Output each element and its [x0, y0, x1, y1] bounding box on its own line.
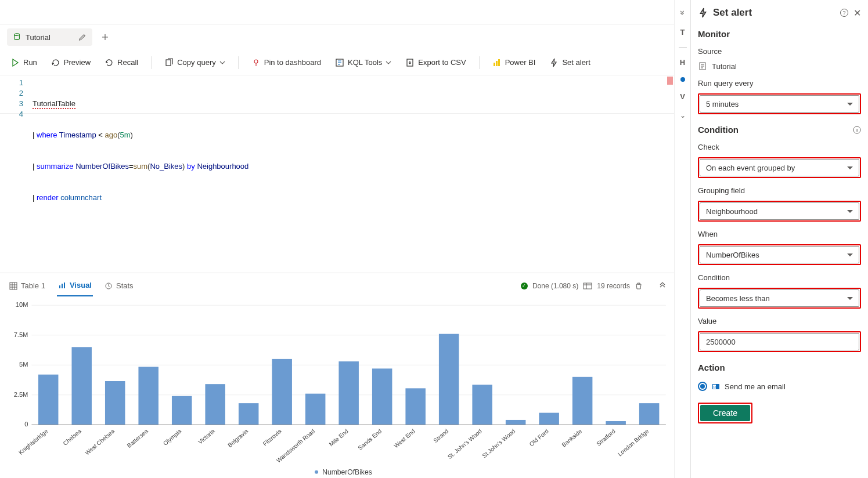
code-content[interactable]: TutorialTable | where Timestamp < ago(5m… [28, 75, 674, 113]
value-label: Value [698, 317, 861, 325]
check-label: Check [698, 143, 861, 151]
preview-button[interactable]: Preview [48, 56, 94, 70]
svg-text:7.5M: 7.5M [14, 331, 28, 338]
svg-rect-32 [172, 396, 192, 425]
svg-rect-44 [372, 368, 392, 425]
svg-rect-38 [272, 359, 291, 425]
chevron-down-icon[interactable]: ⌄ [680, 111, 686, 119]
svg-rect-1 [166, 60, 171, 66]
svg-text:London Bridge: London Bridge [617, 428, 650, 457]
run-label: Run [23, 58, 37, 67]
value-input[interactable]: 2500000 [700, 333, 859, 350]
action-radio-email[interactable]: O Send me an email [698, 382, 861, 391]
tab-stats[interactable]: Stats [103, 276, 135, 296]
pencil-icon[interactable] [78, 33, 87, 41]
minimap-error-marker [667, 77, 673, 85]
highlight-wrap: Create [698, 403, 752, 423]
token-column: No_Bikes [150, 162, 182, 171]
svg-text:Strand: Strand [433, 428, 450, 444]
svg-text:Fitzrovia: Fitzrovia [262, 428, 283, 447]
set-alert-panel: Set alert ? ✕ Monitor Source Tutorial Ru… [690, 0, 868, 478]
source-row: Tutorial [698, 61, 861, 71]
collapsed-letter[interactable]: V [680, 92, 685, 101]
power-bi-label: Power BI [505, 58, 536, 67]
token-operator: < [98, 131, 103, 139]
close-icon[interactable]: ✕ [853, 8, 861, 19]
toolbar-separator [479, 56, 480, 69]
collapse-results-icon[interactable] [659, 281, 666, 290]
when-select[interactable]: NumberOfBikes [700, 246, 859, 263]
line-number: 1 [0, 78, 23, 88]
monitor-section-title: Monitor [698, 29, 861, 39]
token-table: TutorialTable [33, 99, 75, 109]
tab-visual-label: Visual [70, 281, 92, 289]
svg-rect-11 [64, 283, 65, 288]
run-button[interactable]: Run [7, 56, 41, 70]
svg-rect-54 [539, 413, 559, 425]
svg-text:Sands End: Sands End [357, 428, 383, 451]
token-column: Timestamp [59, 131, 96, 139]
pin-button[interactable]: Pin to dashboard [248, 56, 325, 70]
svg-rect-24 [38, 375, 58, 425]
token-keyword: where [37, 131, 57, 139]
add-tab-button[interactable] [97, 29, 113, 45]
code-editor[interactable]: 1 2 3 4 TutorialTable | where Timestamp … [0, 75, 674, 114]
collapsed-letter[interactable]: H [680, 58, 685, 67]
svg-text:St. John's Wood: St. John's Wood [446, 428, 483, 461]
kql-tools-button[interactable]: KQL Tools [332, 56, 395, 70]
when-value: NumberOfBikes [706, 251, 759, 259]
grouping-select[interactable]: Neighbourhood [700, 202, 859, 220]
collapsed-letter[interactable]: T [680, 28, 685, 37]
svg-text:Chelsea: Chelsea [62, 428, 83, 447]
tab-table[interactable]: Table 1 [8, 276, 46, 296]
highlight-wrap: Becomes less than [698, 288, 861, 309]
info-icon[interactable]: i [853, 126, 861, 134]
export-csv-button[interactable]: Export to CSV [402, 56, 469, 70]
source-label: Source [698, 47, 861, 56]
export-csv-label: Export to CSV [418, 58, 466, 67]
set-alert-button[interactable]: Set alert [546, 56, 593, 70]
expand-icon[interactable]: » [678, 10, 687, 15]
tab-tutorial[interactable]: Tutorial [7, 28, 92, 46]
token-keyword: by [187, 162, 195, 171]
svg-rect-13 [584, 283, 592, 289]
chevron-down-icon [386, 60, 391, 66]
svg-rect-36 [239, 403, 258, 425]
highlight-wrap: Neighbourhood [698, 201, 861, 222]
query-status: ✓ Done (1.080 s) 19 records [521, 282, 643, 290]
undo-icon [105, 58, 114, 67]
tab-visual[interactable]: Visual [57, 275, 93, 296]
kql-tools-label: KQL Tools [348, 58, 382, 67]
outlook-icon: O [712, 382, 720, 390]
condition-select[interactable]: Becomes less than [700, 289, 859, 307]
svg-text:10M: 10M [16, 301, 28, 308]
svg-text:Stratford: Stratford [595, 428, 617, 448]
svg-rect-50 [472, 385, 492, 425]
recall-button[interactable]: Recall [101, 56, 142, 70]
bolt-icon [698, 8, 708, 18]
chart-icon [58, 281, 66, 289]
run-query-label: Run query every [698, 79, 861, 88]
trash-icon[interactable] [635, 282, 643, 290]
svg-rect-7 [498, 59, 500, 66]
chevron-down-icon [219, 60, 225, 66]
run-query-select[interactable]: 5 minutes [700, 95, 859, 113]
query-toolbar: Run Preview Recall Copy query Pin to das… [0, 50, 674, 75]
source-value: Tutorial [712, 62, 737, 71]
svg-rect-48 [439, 334, 459, 425]
help-icon[interactable]: ? [840, 8, 849, 17]
copy-query-button[interactable]: Copy query [161, 56, 228, 70]
svg-rect-8 [10, 283, 17, 289]
radio-selected-icon [698, 382, 707, 391]
check-select[interactable]: On each event grouped by [700, 159, 859, 176]
svg-rect-52 [506, 420, 525, 425]
svg-rect-26 [71, 347, 91, 425]
token-number: 5m [120, 131, 131, 139]
play-icon [10, 58, 20, 67]
line-number-gutter: 1 2 3 4 [0, 75, 28, 113]
power-bi-button[interactable]: Power BI [489, 56, 539, 70]
token-operator: = [129, 162, 134, 171]
token-chart-type: columnchart [60, 193, 102, 202]
copy-icon [164, 58, 174, 67]
create-button[interactable]: Create [700, 405, 750, 421]
